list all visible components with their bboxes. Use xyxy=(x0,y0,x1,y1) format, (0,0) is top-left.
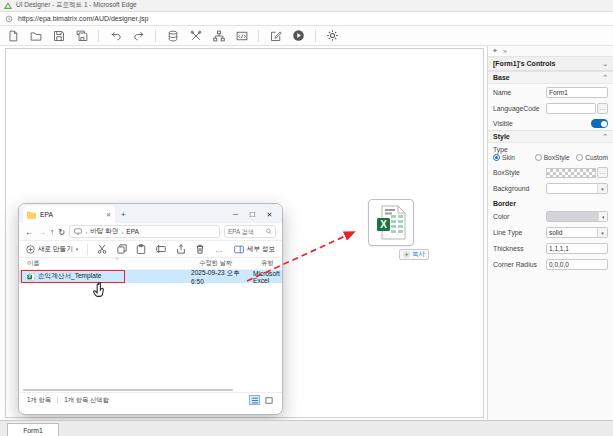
forward-icon[interactable]: → xyxy=(38,227,47,237)
radio-boxstyle[interactable]: BoxStyle xyxy=(535,154,577,161)
pin-icon[interactable]: ✦ xyxy=(492,47,498,55)
column-date[interactable]: 수정한 날짜 xyxy=(199,259,261,268)
name-row: Name xyxy=(488,84,613,100)
open-folder-icon[interactable] xyxy=(29,29,42,42)
desktop-icon xyxy=(74,228,82,235)
script-icon[interactable] xyxy=(235,29,248,42)
new-plus-icon xyxy=(26,245,35,254)
dropdown-arrow-icon[interactable]: ▾ xyxy=(598,212,607,221)
selected-count: 1개 항목 선택함 xyxy=(64,396,109,405)
section-style[interactable]: Style ⌃ xyxy=(488,130,613,143)
controls-header[interactable]: [Form1]'s Controls ⌄ xyxy=(488,57,613,71)
border-subheader: Border xyxy=(488,196,613,208)
url-text[interactable]: https://epa.bimatrix.com/AUD/designer.js… xyxy=(18,15,148,22)
scrollbar-thumb[interactable] xyxy=(23,389,233,392)
maximize-button[interactable]: ☐ xyxy=(244,207,261,222)
sitemap-icon[interactable] xyxy=(212,29,225,42)
chevron-up-icon[interactable]: ⌃ xyxy=(602,133,608,141)
cut-icon[interactable] xyxy=(97,243,108,255)
copy-icon[interactable] xyxy=(117,243,128,255)
tab-form1[interactable]: Form1 xyxy=(7,423,59,436)
new-tab-icon[interactable]: + xyxy=(121,210,126,219)
database-icon[interactable] xyxy=(166,29,179,42)
name-input[interactable] xyxy=(546,87,608,98)
paste-icon[interactable] xyxy=(136,243,147,255)
redo-icon[interactable] xyxy=(132,29,145,42)
delete-icon[interactable] xyxy=(195,243,206,255)
languagecode-browse-button[interactable]: … xyxy=(597,103,608,114)
edit-icon[interactable] xyxy=(269,29,282,42)
details-pane-icon xyxy=(234,245,244,254)
back-icon[interactable]: ← xyxy=(25,227,34,237)
line-type-dropdown[interactable]: solid▾ xyxy=(546,227,608,238)
status-divider xyxy=(57,396,58,404)
breadcrumb-epa[interactable]: EPA xyxy=(126,228,139,235)
chevron-down-icon: ▾ xyxy=(76,246,79,252)
designer-toolbar xyxy=(0,26,613,46)
details-view-icon[interactable] xyxy=(249,395,260,405)
column-type[interactable]: 유형 xyxy=(261,259,282,268)
boxstyle-row: BoxStyle … xyxy=(488,164,613,180)
type-label-row: Type xyxy=(488,143,613,153)
undo-icon[interactable] xyxy=(109,29,122,42)
list-empty-area[interactable] xyxy=(19,283,282,388)
dragged-excel-file[interactable]: X xyxy=(368,199,414,246)
save-icon[interactable] xyxy=(52,29,65,42)
form-tab-strip: Form1 xyxy=(0,420,613,436)
border-color-label: Color xyxy=(493,213,509,220)
languagecode-input[interactable] xyxy=(546,103,596,114)
corner-radius-input[interactable] xyxy=(546,259,608,270)
explorer-navbar: ← → ↑ ↻ › 바탕 화면 › EPA xyxy=(19,223,282,241)
file-row-selected[interactable]: X 손익계산서_Template 2025-09-23 오후 6:50 Micr… xyxy=(19,270,282,283)
section-style-label: Style xyxy=(493,133,510,140)
run-icon[interactable] xyxy=(292,29,305,42)
search-input[interactable] xyxy=(228,228,266,235)
collapse-panel-icon[interactable]: » xyxy=(503,48,507,55)
toolbar-separator xyxy=(155,30,156,42)
column-name[interactable]: 이름 xyxy=(27,259,199,268)
breadcrumb-desktop[interactable]: 바탕 화면 xyxy=(90,227,118,236)
explorer-search[interactable] xyxy=(224,225,276,238)
boxstyle-swatch[interactable] xyxy=(546,168,596,178)
url-bar[interactable]: https://epa.bimatrix.com/AUD/designer.js… xyxy=(0,12,613,26)
section-base[interactable]: Base ⌃ xyxy=(488,71,613,84)
address-bar[interactable]: › 바탕 화면 › EPA xyxy=(69,225,220,238)
explorer-tab-epa[interactable]: EPA ✕ xyxy=(23,206,115,223)
details-pane-button[interactable]: 세부 정보 xyxy=(234,245,275,254)
chevron-up-icon[interactable]: ⌃ xyxy=(602,74,608,82)
thickness-input[interactable] xyxy=(546,243,608,254)
save-all-icon[interactable] xyxy=(75,29,88,42)
tools-icon[interactable] xyxy=(189,29,202,42)
plus-icon: + xyxy=(403,251,410,258)
dropdown-arrow-icon[interactable]: ▾ xyxy=(597,184,607,193)
page-info-icon[interactable] xyxy=(5,15,13,23)
thickness-label: Thickness xyxy=(493,245,524,252)
tab-close-icon[interactable]: ✕ xyxy=(106,211,111,218)
background-dropdown[interactable]: ▾ xyxy=(546,183,608,194)
refresh-icon[interactable]: ↻ xyxy=(58,227,65,237)
new-button[interactable]: 새로 만들기 ▾ xyxy=(26,245,78,254)
rename-icon[interactable] xyxy=(156,243,167,255)
minimize-button[interactable]: ─ xyxy=(227,207,244,222)
file-explorer-window: EPA ✕ + ─ ☐ ✕ ← → ↑ ↻ › 바탕 화면 › EPA 새로 만… xyxy=(18,203,283,415)
large-icons-view-icon[interactable] xyxy=(263,395,274,405)
share-icon[interactable] xyxy=(175,243,186,255)
close-button[interactable]: ✕ xyxy=(261,207,278,222)
excel-small-icon: X xyxy=(27,273,35,281)
new-file-icon[interactable] xyxy=(6,29,19,42)
command-separator xyxy=(87,244,88,255)
up-icon[interactable]: ↑ xyxy=(50,227,54,237)
border-color-dropdown[interactable]: ▾ xyxy=(546,211,608,222)
toolbar-separator xyxy=(98,30,99,42)
boxstyle-browse-button[interactable]: … xyxy=(597,167,608,178)
chevron-down-icon[interactable]: ⌄ xyxy=(602,60,608,68)
more-options-icon[interactable]: … xyxy=(214,243,225,255)
radio-skin[interactable]: Skin xyxy=(493,154,535,161)
thickness-row: Thickness xyxy=(488,240,613,256)
file-name[interactable]: 손익계산서_Template xyxy=(38,272,101,281)
dropdown-arrow-icon[interactable]: ▾ xyxy=(597,228,607,237)
visible-row: Visible xyxy=(488,116,613,130)
visible-toggle[interactable] xyxy=(591,119,608,128)
settings-icon[interactable] xyxy=(326,29,339,42)
radio-custom[interactable]: Custom xyxy=(576,154,608,161)
